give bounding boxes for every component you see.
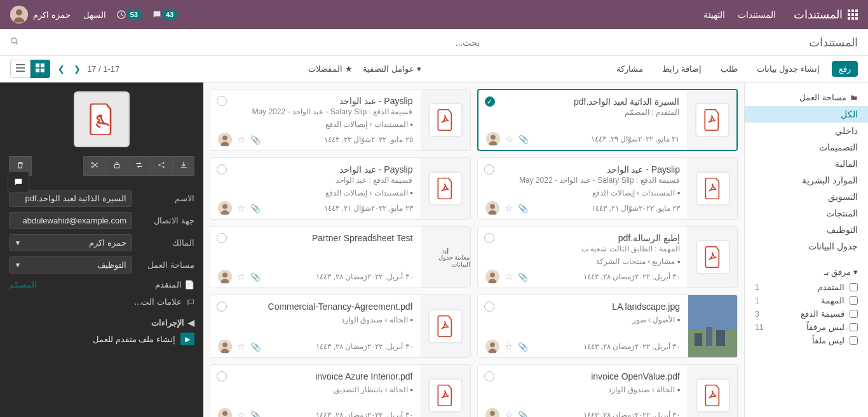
attached-item[interactable]: قسيمة الدفع3 — [745, 307, 868, 321]
doc-date: ٢٣ مايو, ٢٠٢٢شوّال ٢١, ١٤٤٣ — [533, 204, 681, 213]
upload-button[interactable]: رفع — [832, 61, 858, 77]
document-card[interactable]: إطبع الرسالة.pdfالمهمة : الطابق الثالث ش… — [477, 226, 738, 288]
chat-bubble-icon — [13, 177, 24, 187]
workspace-item[interactable]: الكل — [745, 106, 868, 122]
doc-date: ٣٠ أبريل, ٢٠٢٢رَمضان ٢٨, ١٤٤٣ — [533, 411, 681, 417]
svg-rect-5 — [855, 13, 858, 16]
contact-input[interactable] — [9, 212, 132, 229]
owner-select[interactable]: حمزه اكرم▼ — [9, 234, 132, 251]
document-card[interactable]: Commercial-Tenancy-Agreement.pdfالحالة ›… — [210, 295, 471, 358]
star-icon[interactable]: ☆ — [237, 271, 245, 282]
create-spreadsheet-button[interactable]: إنشاء جدول بيانات — [750, 61, 827, 77]
star-icon[interactable]: ☆ — [237, 409, 245, 417]
svg-rect-8 — [855, 17, 858, 20]
add-link-button[interactable]: إضافة رابط — [655, 61, 709, 77]
nav-config[interactable]: التهيئة — [703, 10, 725, 20]
workspace-item[interactable]: داخلي — [745, 122, 868, 139]
workspace-item[interactable]: التسويق — [745, 189, 868, 205]
applicant-link[interactable]: المصمّم — [9, 280, 37, 289]
share-doc-button[interactable] — [150, 156, 172, 176]
attached-item[interactable]: ليس مرفقاً11 — [745, 321, 868, 334]
share-button[interactable]: مشاركة — [609, 61, 650, 77]
attached-checkbox[interactable] — [850, 296, 858, 305]
workspace-item[interactable]: المالية — [745, 156, 868, 172]
attached-checkbox[interactable] — [850, 310, 858, 318]
document-card[interactable]: Payslip - عبد الواحدقسيمة الدفع : عبد ال… — [210, 157, 471, 220]
star-icon[interactable]: ☆ — [237, 341, 245, 352]
document-card[interactable]: Payslip - عبد الواحدقسيمة الدفع : Salary… — [210, 89, 471, 151]
doc-checkbox[interactable] — [217, 301, 227, 312]
workspace-item[interactable]: جدول البيانات — [745, 238, 868, 255]
svg-rect-17 — [16, 64, 25, 65]
actions-header: ◀الإجراءات — [9, 318, 194, 328]
kanban-view-button[interactable] — [31, 60, 50, 78]
document-card[interactable]: invoice Azure Interior.pdfالحالة › بانتظ… — [210, 364, 471, 417]
attached-checkbox[interactable] — [850, 323, 858, 331]
star-icon[interactable]: ☆ — [505, 271, 513, 282]
doc-footer: ٢٣ مايو, ٢٠٢٢شوّال ٢١, ١٤٤٣📎☆ — [218, 197, 413, 215]
tags-row[interactable]: 🏷 علامات الت... — [9, 293, 194, 310]
doc-checkbox[interactable] — [217, 164, 227, 175]
star-icon[interactable]: ☆ — [505, 202, 513, 214]
doc-checkbox[interactable] — [217, 96, 227, 106]
star-icon[interactable]: ☆ — [505, 133, 513, 145]
filters-dropdown[interactable]: ▾عوامل التصفية — [363, 64, 421, 74]
star-icon[interactable]: ☆ — [505, 341, 513, 352]
request-button[interactable]: طلب — [714, 61, 745, 77]
doc-checkbox[interactable] — [484, 301, 494, 312]
activities-badge[interactable]: 53 — [114, 10, 142, 20]
doc-checkbox[interactable] — [217, 233, 227, 243]
download-button[interactable] — [172, 156, 194, 176]
doc-thumbnail: 📊معاينة جدول البيانات — [421, 227, 470, 288]
svg-point-48 — [163, 166, 164, 168]
easy-label[interactable]: السهل — [83, 10, 106, 20]
document-card[interactable]: السيرة الذاتية لعبد الواحد.pdfالمتقدم : … — [477, 89, 738, 151]
app-brand[interactable]: المستندات — [794, 8, 858, 22]
doc-checkbox[interactable] — [484, 164, 494, 175]
lock-button[interactable] — [105, 156, 128, 176]
doc-checkbox[interactable] — [484, 371, 494, 381]
star-icon[interactable]: ☆ — [237, 134, 245, 145]
svg-rect-4 — [851, 13, 854, 16]
search-input[interactable] — [353, 37, 480, 48]
attached-item[interactable]: المهمة1 — [745, 294, 868, 307]
doc-footer: ٣٠ أبريل, ٢٠٢٢رَمضان ٢٨, ١٤٤٣📎☆ — [485, 404, 681, 417]
attached-checkbox[interactable] — [850, 283, 858, 291]
chatter-toggle[interactable] — [8, 171, 29, 193]
action-row[interactable]: ▶ إنشاء ملف متقدم للعمل — [9, 333, 194, 345]
doc-checkbox[interactable] — [484, 233, 494, 243]
workspace-item[interactable]: المنتجات — [745, 205, 868, 222]
svg-rect-19 — [16, 70, 25, 72]
star-icon[interactable]: ☆ — [505, 409, 513, 417]
workspace-item[interactable]: التوظيف — [745, 222, 868, 238]
doc-thumbnail — [687, 90, 736, 150]
pager-prev[interactable]: ❮ — [71, 62, 83, 76]
nav-documents[interactable]: المستندات — [738, 10, 776, 20]
workspace-item[interactable]: التصميمات — [745, 139, 868, 156]
replace-button[interactable] — [128, 156, 150, 176]
user-avatar — [10, 6, 28, 23]
star-icon[interactable]: ☆ — [237, 202, 245, 214]
doc-body: Payslip - عبد الواحدقسيمة الدفع : Salary… — [478, 158, 688, 219]
search-icon[interactable] — [10, 37, 19, 46]
user-menu[interactable]: حمزه اكرم — [10, 6, 71, 23]
attached-checkbox[interactable] — [850, 336, 858, 345]
svg-point-47 — [163, 162, 164, 163]
document-card[interactable]: invoice OpenValue.pdfالحالة › صندوق الوا… — [477, 364, 738, 417]
doc-checkbox[interactable] — [217, 371, 227, 381]
pager-next[interactable]: ❯ — [55, 62, 67, 76]
messages-badge[interactable]: 43 — [149, 10, 177, 20]
attached-item[interactable]: المتقدم1 — [745, 281, 868, 294]
document-card[interactable]: LA landscape.jpgالأصول › صور٣٠ أبريل, ٢٠… — [477, 295, 738, 358]
doc-checkbox[interactable] — [485, 96, 495, 107]
preview-thumbnail[interactable] — [74, 91, 130, 147]
split-button[interactable] — [83, 156, 105, 176]
document-card[interactable]: 📊معاينة جدول البياناتPartner Spreadsheet… — [210, 226, 471, 288]
favorites-dropdown[interactable]: ★المفضلات — [308, 64, 353, 74]
owner-avatar — [218, 340, 232, 354]
attached-item[interactable]: ليس ملفاً — [745, 334, 868, 347]
document-card[interactable]: Payslip - عبد الواحدقسيمة الدفع : Salary… — [477, 157, 738, 220]
workspace-select[interactable]: التوظيف▼ — [9, 256, 132, 274]
workspace-item[interactable]: الموارد البشرية — [745, 172, 868, 189]
list-view-button[interactable] — [10, 60, 31, 78]
